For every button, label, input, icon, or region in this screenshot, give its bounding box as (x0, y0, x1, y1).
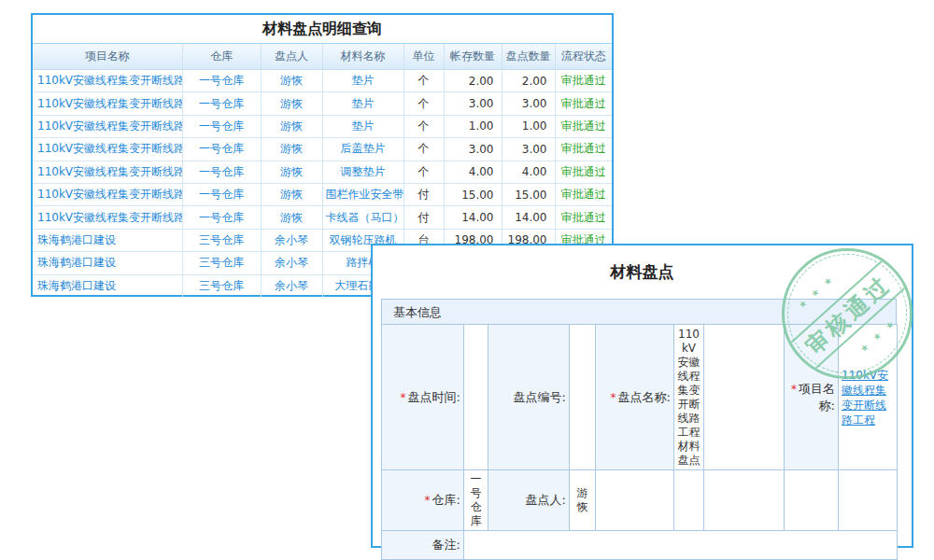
cell-book-qty: 15.00 (444, 183, 502, 205)
cell-material[interactable]: 调整垫片 (322, 161, 403, 183)
cell-counter[interactable]: 游恢 (261, 161, 322, 183)
project-name-label: *项目名称: (785, 325, 839, 470)
warehouse-label: *仓库: (382, 470, 464, 531)
cell-material[interactable]: 垫片 (322, 92, 403, 115)
required-marker: * (425, 494, 431, 507)
cell-book-qty: 2.00 (444, 70, 502, 92)
cell-count-qty: 15.00 (502, 183, 555, 205)
count-number-label: 盘点编号: (488, 325, 570, 470)
cell-counter[interactable]: 游恢 (261, 115, 322, 137)
query-panel-title: 材料盘点明细查询 (33, 15, 612, 44)
cell-warehouse[interactable]: 三号仓库 (182, 229, 261, 251)
cell-status: 审批通过 (555, 206, 612, 229)
cell-book-qty: 1.00 (444, 115, 502, 137)
col-header-count-qty: 盘点数量 (502, 44, 555, 70)
cell-project-name[interactable]: 110kV安徽线程集变开断线路工程 (33, 138, 182, 161)
cell-material[interactable]: 垫片 (322, 70, 403, 92)
count-time-value[interactable] (464, 325, 488, 470)
table-row: 110kV安徽线程集变开断线路工程一号仓库游恢卡线器（马口）付14.0014.0… (33, 206, 612, 229)
cell-book-qty: 3.00 (444, 138, 502, 161)
cell-status: 审批通过 (555, 70, 612, 92)
cell-warehouse[interactable]: 三号仓库 (182, 274, 261, 297)
cell-counter[interactable]: 余小琴 (261, 229, 322, 251)
cell-warehouse[interactable]: 一号仓库 (182, 161, 261, 183)
cell-warehouse[interactable]: 一号仓库 (182, 115, 261, 137)
cell-material[interactable]: 卡线器（马口） (322, 206, 403, 229)
cell-unit: 付 (403, 183, 444, 205)
table-row: 110kV安徽线程集变开断线路工程一号仓库游恢垫片个2.002.00审批通过 (33, 70, 612, 92)
cell-warehouse[interactable]: 一号仓库 (182, 206, 261, 229)
cell-status: 审批通过 (555, 138, 612, 161)
col-header-unit: 单位 (403, 44, 444, 70)
cell-counter[interactable]: 游恢 (261, 206, 322, 229)
cell-counter[interactable]: 游恢 (261, 70, 322, 92)
col-header-status: 流程状态 (555, 44, 612, 70)
project-name-link[interactable]: 110kV安徽线程集变开断线路工程 (842, 369, 888, 427)
cell-counter[interactable]: 余小琴 (261, 274, 322, 297)
cell-project-name[interactable]: 110kV安徽线程集变开断线路工程 (33, 183, 182, 205)
cell-project-name[interactable]: 珠海鹤港口建设 (33, 229, 182, 251)
cell-count-qty: 2.00 (502, 70, 555, 92)
cell-warehouse[interactable]: 一号仓库 (182, 70, 261, 92)
form-panel: 材料盘点 基本信息 *盘点时间: 盘点编号: *盘点名称: 110kV安徽线程集… (371, 244, 913, 548)
cell-unit: 个 (403, 138, 444, 161)
cell-project-name[interactable]: 110kV安徽线程集变开断线路工程 (33, 161, 182, 183)
required-marker: * (401, 391, 406, 404)
section-header-basic-info: 基本信息 (381, 299, 897, 324)
cell-unit: 个 (403, 92, 444, 115)
count-name-label: *盘点名称: (596, 325, 674, 470)
cell-unit: 付 (403, 206, 444, 229)
table-row: 110kV安徽线程集变开断线路工程一号仓库游恢垫片个3.003.00审批通过 (33, 92, 612, 115)
cell-counter[interactable]: 余小琴 (261, 252, 322, 274)
spacer-cell (674, 470, 704, 531)
form-table: *盘点时间: 盘点编号: *盘点名称: 110kV安徽线程集变开断线路工程材料盘… (381, 324, 898, 560)
cell-warehouse[interactable]: 一号仓库 (182, 92, 261, 115)
remark-value[interactable] (464, 531, 898, 560)
required-marker: * (791, 383, 797, 396)
cell-unit: 个 (403, 70, 444, 92)
cell-material[interactable]: 垫片 (322, 115, 403, 137)
cell-book-qty: 14.00 (444, 206, 502, 229)
cell-warehouse[interactable]: 一号仓库 (182, 183, 261, 205)
cell-count-qty: 3.00 (502, 92, 555, 115)
col-header-material: 材料名称 (322, 44, 403, 70)
spacer-cell (704, 470, 785, 531)
table-row: 110kV安徽线程集变开断线路工程一号仓库游恢垫片个1.001.00审批通过 (33, 115, 612, 137)
cell-project-name[interactable]: 珠海鹤港口建设 (33, 274, 182, 297)
cell-warehouse[interactable]: 三号仓库 (182, 252, 261, 274)
cell-project-name[interactable]: 珠海鹤港口建设 (33, 252, 182, 274)
cell-project-name[interactable]: 110kV安徽线程集变开断线路工程 (33, 115, 182, 137)
cell-counter[interactable]: 游恢 (261, 92, 322, 115)
cell-unit: 个 (403, 115, 444, 137)
cell-material[interactable]: 后盖垫片 (322, 138, 403, 161)
cell-status: 审批通过 (555, 115, 612, 137)
cell-unit: 个 (403, 161, 444, 183)
spacer-cell (785, 470, 839, 531)
cell-material[interactable]: 围栏作业安全带 (322, 183, 403, 205)
cell-count-qty: 3.00 (502, 138, 555, 161)
cell-book-qty: 4.00 (444, 161, 502, 183)
count-number-value[interactable] (570, 325, 596, 470)
col-header-book-qty: 帐存数量 (444, 44, 502, 70)
spacer-cell (704, 325, 785, 470)
cell-status: 审批通过 (555, 92, 612, 115)
cell-project-name[interactable]: 110kV安徽线程集变开断线路工程 (33, 92, 182, 115)
spacer-cell (596, 470, 674, 531)
form-basic-info: 基本信息 *盘点时间: 盘点编号: *盘点名称: 110kV安徽线程集变开断线路… (381, 299, 897, 560)
counter-value: 游恢 (570, 470, 596, 531)
cell-project-name[interactable]: 110kV安徽线程集变开断线路工程 (33, 206, 182, 229)
count-name-value: 110kV安徽线程集变开断线路工程材料盘点 (674, 325, 704, 470)
cell-counter[interactable]: 游恢 (261, 138, 322, 161)
table-row: 110kV安徽线程集变开断线路工程一号仓库游恢调整垫片个4.004.00审批通过 (33, 161, 612, 183)
required-marker: * (611, 391, 616, 404)
cell-project-name[interactable]: 110kV安徽线程集变开断线路工程 (33, 70, 182, 92)
cell-warehouse[interactable]: 一号仓库 (182, 138, 261, 161)
table-row: 110kV安徽线程集变开断线路工程一号仓库游恢后盖垫片个3.003.00审批通过 (33, 138, 612, 161)
form-panel-title: 材料盘点 (373, 245, 912, 286)
table-header-row: 项目名称 仓库 盘点人 材料名称 单位 帐存数量 盘点数量 流程状态 (33, 44, 612, 70)
cell-counter[interactable]: 游恢 (261, 183, 322, 205)
col-header-counter: 盘点人 (261, 44, 322, 70)
cell-count-qty: 14.00 (502, 206, 555, 229)
cell-count-qty: 4.00 (502, 161, 555, 183)
cell-status: 审批通过 (555, 161, 612, 183)
